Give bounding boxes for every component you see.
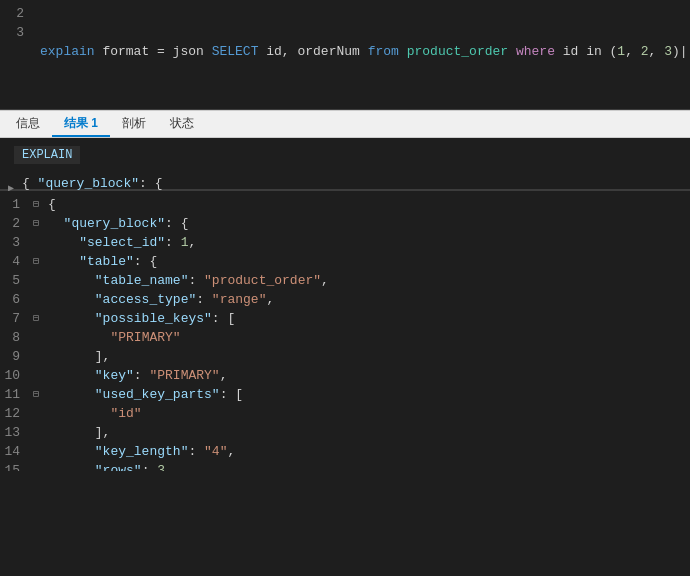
- ln-8: 8: [0, 328, 28, 347]
- num3: 3: [664, 44, 672, 59]
- line-numbers: 2 3: [0, 0, 32, 109]
- gutter-14: [28, 442, 44, 461]
- code-3: "select_id": 1,: [44, 233, 690, 252]
- json-line-14: 14 "key_length": "4",: [0, 442, 690, 461]
- tab-result1[interactable]: 结果 1: [52, 111, 110, 137]
- gutter-10: [28, 366, 44, 385]
- gutter-12: [28, 404, 44, 423]
- code-4: "table": {: [44, 252, 690, 271]
- ln-15: 15: [0, 461, 28, 471]
- gutter-2[interactable]: ⊟: [28, 214, 44, 233]
- code-10: "key": "PRIMARY",: [44, 366, 690, 385]
- where-kw: where: [516, 44, 555, 59]
- collapse-triangle[interactable]: ▶: [8, 179, 18, 189]
- ln-4: 4: [0, 252, 28, 271]
- explain-kw: explain: [40, 44, 95, 59]
- gutter-1[interactable]: ⊟: [28, 195, 44, 214]
- explain-label: EXPLAIN: [14, 146, 80, 164]
- gutter-11[interactable]: ⊟: [28, 385, 44, 404]
- gutter-15: [28, 461, 44, 471]
- table-name: product_order: [399, 44, 516, 59]
- tabs-bar: 信息 结果 1 剖析 状态: [0, 110, 690, 138]
- bottom-section: 1 ⊟ { 2 ⊟ "query_block": { 3 "select_id"…: [0, 191, 690, 471]
- code-15: "rows": 3,: [44, 461, 690, 471]
- code-editor[interactable]: explain format = json SELECT id, orderNu…: [32, 0, 690, 109]
- line-num-3: 3: [8, 23, 24, 42]
- json-line-15: 15 "rows": 3,: [0, 461, 690, 471]
- json-line-13: 13 ],: [0, 423, 690, 442]
- json-line-6: 6 "access_type": "range",: [0, 290, 690, 309]
- comma2: ,: [649, 44, 665, 59]
- json-line-9: 9 ],: [0, 347, 690, 366]
- result-top: EXPLAIN ▶ { "query_block": {: [0, 138, 690, 190]
- json-line-10: 10 "key": "PRIMARY",: [0, 366, 690, 385]
- line-num-2: 2: [8, 4, 24, 23]
- code-6: "access_type": "range",: [44, 290, 690, 309]
- format-text: format = json: [95, 44, 212, 59]
- gutter-7[interactable]: ⊟: [28, 309, 44, 328]
- ln-12: 12: [0, 404, 28, 423]
- json-line-1: 1 ⊟ {: [0, 195, 690, 214]
- gutter-8: [28, 328, 44, 347]
- condition-text: id in (: [555, 44, 617, 59]
- json-line-2: 2 ⊟ "query_block": {: [0, 214, 690, 233]
- tab-profile[interactable]: 剖析: [110, 111, 158, 137]
- json-viewer[interactable]: 1 ⊟ { 2 ⊟ "query_block": { 3 "select_id"…: [0, 191, 690, 471]
- json-line-11: 11 ⊟ "used_key_parts": [: [0, 385, 690, 404]
- gutter-3: [28, 233, 44, 252]
- ln-1: 1: [0, 195, 28, 214]
- tab-status[interactable]: 状态: [158, 111, 206, 137]
- code-13: ],: [44, 423, 690, 442]
- json-line-7: 7 ⊟ "possible_keys": [: [0, 309, 690, 328]
- json-line-3: 3 "select_id": 1,: [0, 233, 690, 252]
- empty-line: [40, 25, 48, 40]
- ln-5: 5: [0, 271, 28, 290]
- sql-line: explain format = json SELECT id, orderNu…: [40, 42, 688, 61]
- code-1: {: [44, 195, 690, 214]
- code-14: "key_length": "4",: [44, 442, 690, 461]
- ln-6: 6: [0, 290, 28, 309]
- gutter-6: [28, 290, 44, 309]
- close-paren: ): [672, 44, 680, 59]
- code-8: "PRIMARY": [44, 328, 690, 347]
- cols-text: id, orderNum: [258, 44, 367, 59]
- tab-info[interactable]: 信息: [4, 111, 52, 137]
- select-kw: SELECT: [212, 44, 259, 59]
- gutter-4[interactable]: ⊟: [28, 252, 44, 271]
- code-7: "possible_keys": [: [44, 309, 690, 328]
- ln-2: 2: [0, 214, 28, 233]
- ln-9: 9: [0, 347, 28, 366]
- code-12: "id": [44, 404, 690, 423]
- cursor: |: [680, 44, 688, 59]
- editor-area: 2 3 explain format = json SELECT id, ord…: [0, 0, 690, 110]
- comma1: ,: [625, 44, 641, 59]
- ln-14: 14: [0, 442, 28, 461]
- ln-13: 13: [0, 423, 28, 442]
- num2: 2: [641, 44, 649, 59]
- json-line-8: 8 "PRIMARY": [0, 328, 690, 347]
- gutter-13: [28, 423, 44, 442]
- code-11: "used_key_parts": [: [44, 385, 690, 404]
- ln-11: 11: [0, 385, 28, 404]
- gutter-9: [28, 347, 44, 366]
- ln-7: 7: [0, 309, 28, 328]
- from-kw: from: [368, 44, 399, 59]
- code-9: ],: [44, 347, 690, 366]
- json-line-12: 12 "id": [0, 404, 690, 423]
- code-5: "table_name": "product_order",: [44, 271, 690, 290]
- gutter-5: [28, 271, 44, 290]
- ln-10: 10: [0, 366, 28, 385]
- json-line-5: 5 "table_name": "product_order",: [0, 271, 690, 290]
- code-2: "query_block": {: [44, 214, 690, 233]
- json-line-4: 4 ⊟ "table": {: [0, 252, 690, 271]
- ln-3: 3: [0, 233, 28, 252]
- num1: 1: [617, 44, 625, 59]
